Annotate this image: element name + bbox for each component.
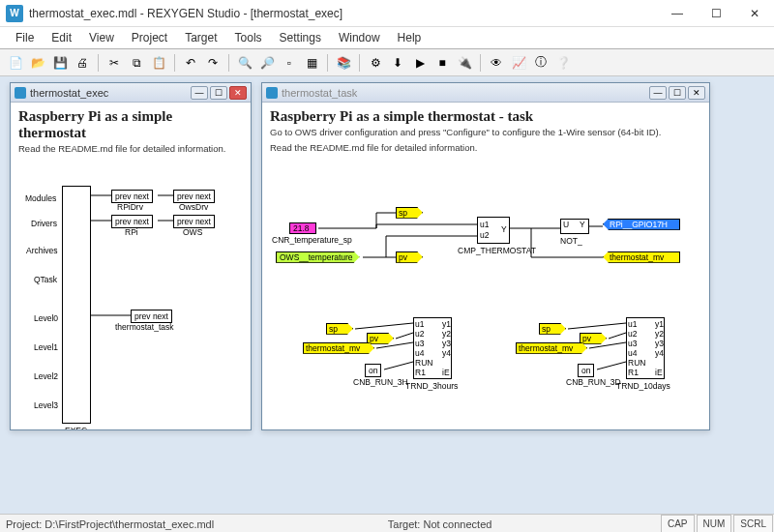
- port-ie: iE: [442, 368, 450, 377]
- menu-target[interactable]: Target: [177, 29, 224, 46]
- port-u1: u1: [480, 220, 489, 229]
- sub-close-button[interactable]: ✕: [229, 86, 247, 100]
- port-level3: Level3: [34, 400, 58, 410]
- subwindow-task[interactable]: thermostat_task ― ☐ ✕ Raspberry Pi as a …: [261, 82, 710, 430]
- tag-mv[interactable]: thermostat_mv: [603, 251, 680, 263]
- download-icon[interactable]: ⬇: [388, 53, 407, 73]
- window-title: thermostat_exec.mdl - REXYGEN Studio - […: [29, 7, 658, 20]
- status-num: NUM: [697, 515, 732, 532]
- port-archives: Archives: [26, 246, 58, 255]
- port-modules: Modules: [25, 193, 56, 203]
- toolbar-separator: [174, 54, 175, 72]
- port-u2: u2: [415, 329, 424, 339]
- close-button[interactable]: ✕: [735, 0, 774, 26]
- menu-tools[interactable]: Tools: [227, 29, 270, 46]
- label-rpi: RPi: [125, 227, 138, 237]
- print-icon[interactable]: 🖨: [73, 53, 92, 73]
- tag-mv[interactable]: thermostat_mv: [303, 342, 374, 354]
- label-cnr-sp: CNR_temperature_sp: [272, 235, 352, 245]
- maximize-button[interactable]: ☐: [697, 0, 735, 26]
- port-qtask: QTask: [34, 275, 57, 284]
- block-prevnext[interactable]: prev next: [173, 215, 215, 228]
- window-titlebar: W thermostat_exec.mdl - REXYGEN Studio -…: [0, 0, 774, 27]
- sub-close-button[interactable]: ✕: [688, 86, 705, 100]
- label-owsdrv: OwsDrv: [179, 202, 208, 212]
- fit-icon[interactable]: ▫: [280, 53, 299, 73]
- help-icon[interactable]: ❔: [553, 53, 573, 73]
- task-subtext1: Go to OWS driver configuration and press…: [270, 127, 701, 138]
- sub-max-button[interactable]: ☐: [669, 86, 686, 100]
- svg-line-14: [597, 362, 626, 369]
- port-u3: u3: [415, 339, 424, 348]
- port-u2: u2: [480, 230, 489, 240]
- label-not: NOT_: [560, 236, 582, 246]
- library-icon[interactable]: 📚: [334, 53, 353, 73]
- stop-icon[interactable]: ■: [432, 53, 452, 73]
- menu-file[interactable]: File: [8, 29, 42, 46]
- tag-gpio[interactable]: RPi__GPIO17H: [603, 219, 680, 230]
- menu-edit[interactable]: Edit: [44, 29, 79, 46]
- block-prevnext[interactable]: prev next: [111, 215, 153, 228]
- menu-window[interactable]: Window: [331, 29, 388, 46]
- save-icon[interactable]: 💾: [50, 53, 70, 73]
- label-trnd3h: TRND_3hours: [405, 381, 458, 391]
- toolbar-separator: [480, 54, 481, 72]
- block-prevnext[interactable]: prev next: [173, 190, 215, 203]
- zoom-in-icon[interactable]: 🔍: [235, 53, 254, 73]
- menu-settings[interactable]: Settings: [272, 29, 329, 46]
- block-prevnext[interactable]: prev next: [111, 190, 153, 203]
- tag-sp[interactable]: sp: [326, 323, 353, 335]
- exec-block[interactable]: [62, 186, 91, 424]
- menu-help[interactable]: Help: [390, 29, 430, 46]
- task-heading: Raspberry Pi as a simple thermostat - ta…: [270, 108, 701, 125]
- port-u4: u4: [415, 348, 424, 358]
- tag-pv[interactable]: pv: [396, 251, 423, 263]
- tag-pv[interactable]: pv: [580, 333, 607, 344]
- svg-line-7: [355, 323, 413, 329]
- sub-min-button[interactable]: ―: [649, 86, 667, 100]
- subwindow-exec-title: thermostat_exec: [30, 87, 187, 99]
- toolbar-separator: [327, 54, 328, 72]
- run-icon[interactable]: ▶: [410, 53, 430, 73]
- sub-max-button[interactable]: ☐: [210, 86, 227, 100]
- tag-on[interactable]: on: [578, 364, 594, 377]
- block-prevnext[interactable]: prev next: [131, 310, 172, 323]
- zoom-out-icon[interactable]: 🔎: [257, 53, 277, 73]
- tag-sp-value[interactable]: 21.8: [289, 222, 316, 234]
- new-icon[interactable]: 📄: [6, 53, 25, 73]
- subwindow-exec[interactable]: thermostat_exec ― ☐ ✕ Raspberry Pi as a …: [10, 82, 252, 430]
- sub-min-button[interactable]: ―: [191, 86, 208, 100]
- port-ie: iE: [655, 368, 663, 377]
- label-rpidrv: RPiDrv: [117, 202, 143, 212]
- port-r1: R1: [628, 368, 639, 377]
- menu-bar: File Edit View Project Target Tools Sett…: [0, 27, 774, 48]
- port-y3: y3: [655, 339, 664, 348]
- compile-icon[interactable]: ⚙: [366, 53, 385, 73]
- port-y4: y4: [655, 348, 664, 358]
- undo-icon[interactable]: ↶: [181, 53, 200, 73]
- tag-ows-temperature[interactable]: OWS__temperature: [276, 251, 360, 263]
- grid-icon[interactable]: ▦: [302, 53, 321, 73]
- watch-icon[interactable]: 👁: [487, 53, 506, 73]
- status-target: Target: Not connected: [382, 515, 498, 532]
- menu-view[interactable]: View: [81, 29, 122, 46]
- open-icon[interactable]: 📂: [28, 53, 47, 73]
- connect-icon[interactable]: 🔌: [455, 53, 474, 73]
- tag-pv[interactable]: pv: [367, 333, 394, 344]
- cut-icon[interactable]: ✂: [104, 53, 124, 73]
- tag-sp[interactable]: sp: [396, 207, 423, 219]
- tag-sp[interactable]: sp: [539, 323, 566, 335]
- info-icon[interactable]: ⓘ: [531, 53, 551, 73]
- copy-icon[interactable]: ⧉: [127, 53, 146, 73]
- redo-icon[interactable]: ↷: [203, 53, 223, 73]
- tag-on[interactable]: on: [365, 364, 381, 377]
- paste-icon[interactable]: 📋: [149, 53, 168, 73]
- minimize-button[interactable]: ―: [658, 0, 697, 26]
- port-y2: y2: [442, 329, 451, 339]
- menu-project[interactable]: Project: [124, 29, 175, 46]
- tag-mv[interactable]: thermostat_mv: [516, 342, 587, 354]
- chart-icon[interactable]: 📈: [509, 53, 528, 73]
- exec-heading: Raspberry Pi as a simple thermostat: [18, 108, 243, 141]
- toolbar-separator: [228, 54, 229, 72]
- port-u1: u1: [628, 319, 637, 329]
